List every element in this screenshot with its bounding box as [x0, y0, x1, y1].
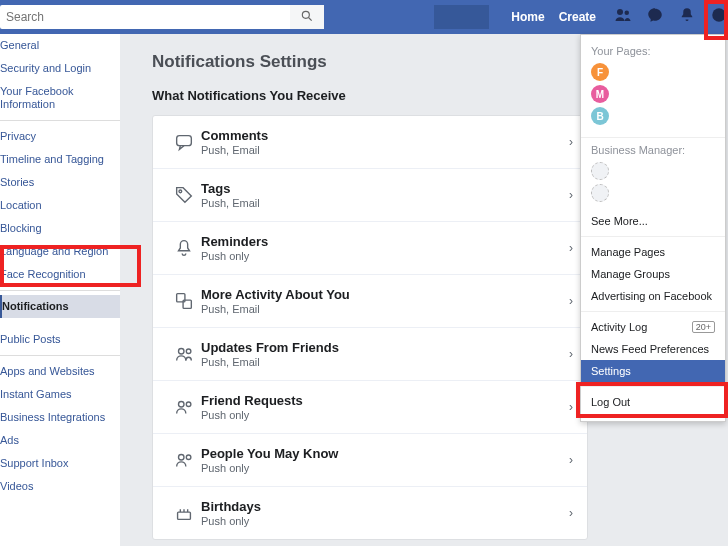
- sidebar-item-support[interactable]: Support Inbox: [0, 452, 120, 475]
- separator: [581, 137, 725, 138]
- dd-item-label: News Feed Preferences: [591, 343, 709, 355]
- sidebar-item-general[interactable]: General: [0, 34, 120, 57]
- messenger-icon[interactable]: [646, 6, 664, 28]
- search-wrap: [0, 5, 324, 29]
- page-avatar[interactable]: F: [591, 63, 609, 81]
- row-updates[interactable]: Updates From FriendsPush, Email ›: [153, 328, 587, 381]
- separator: [0, 120, 120, 121]
- sidebar-item-videos[interactable]: Videos: [0, 475, 120, 498]
- dd-newsfeed-prefs[interactable]: News Feed Preferences: [581, 338, 725, 360]
- search-icon: [300, 9, 314, 26]
- row-sub: Push only: [201, 462, 569, 474]
- row-tags[interactable]: TagsPush, Email ›: [153, 169, 587, 222]
- row-title: Updates From Friends: [201, 340, 569, 355]
- svg-point-6: [179, 190, 182, 193]
- chevron-right-icon: ›: [569, 241, 573, 255]
- svg-point-12: [186, 402, 191, 407]
- sidebar-item-games[interactable]: Instant Games: [0, 383, 120, 406]
- row-birthdays[interactable]: BirthdaysPush only ›: [153, 487, 587, 539]
- chevron-right-icon: ›: [569, 188, 573, 202]
- row-sub: Push, Email: [201, 356, 569, 368]
- search-input[interactable]: [0, 10, 290, 24]
- svg-line-1: [309, 17, 312, 20]
- account-dropdown: Your Pages: F M B Business Manager: See …: [580, 34, 726, 422]
- dd-see-more[interactable]: See More...: [581, 210, 725, 232]
- chevron-right-icon: ›: [569, 453, 573, 467]
- row-sub: Push only: [201, 515, 569, 527]
- separator: [581, 386, 725, 387]
- dd-advertising[interactable]: Advertising on Facebook: [581, 285, 725, 307]
- chevron-right-icon: ›: [569, 400, 573, 414]
- row-title: Friend Requests: [201, 393, 569, 408]
- dd-manage-groups[interactable]: Manage Groups: [581, 263, 725, 285]
- bm-avatar[interactable]: [591, 184, 609, 202]
- row-sub: Push, Email: [201, 303, 569, 315]
- dd-settings[interactable]: Settings: [581, 360, 725, 382]
- sidebar-item-apps[interactable]: Apps and Websites: [0, 360, 120, 383]
- sidebar-item-blank[interactable]: [0, 318, 120, 328]
- nav-links: Home Create: [511, 10, 596, 24]
- page-avatar[interactable]: M: [591, 85, 609, 103]
- dd-bm-list: [581, 162, 725, 210]
- dd-item-label: Manage Pages: [591, 246, 665, 258]
- dd-item-label: Log Out: [591, 396, 630, 408]
- dd-item-label: Settings: [591, 365, 631, 377]
- row-title: Reminders: [201, 234, 569, 249]
- sidebar-item-face[interactable]: Face Recognition: [0, 263, 120, 286]
- separator: [581, 311, 725, 312]
- dd-manage-pages[interactable]: Manage Pages: [581, 241, 725, 263]
- friends-icon[interactable]: [614, 6, 632, 28]
- dd-item-label: Activity Log: [591, 321, 647, 333]
- row-title: People You May Know: [201, 446, 569, 461]
- nav-home[interactable]: Home: [511, 10, 544, 24]
- main-content: Notifications Settings What Notification…: [128, 34, 588, 540]
- svg-point-10: [186, 349, 191, 354]
- svg-point-0: [302, 11, 309, 18]
- dd-your-pages-label: Your Pages:: [581, 43, 725, 63]
- svg-point-11: [179, 402, 185, 408]
- sidebar-item-language[interactable]: Language and Region: [0, 240, 120, 263]
- svg-point-9: [179, 349, 185, 355]
- separator: [0, 355, 120, 356]
- row-title: More Activity About You: [201, 287, 569, 302]
- sidebar-item-public[interactable]: Public Posts: [0, 328, 120, 351]
- sidebar-item-location[interactable]: Location: [0, 194, 120, 217]
- sidebar-item-yourinfo[interactable]: Your Facebook Information: [0, 80, 120, 116]
- svg-point-4: [712, 8, 726, 22]
- row-pymk[interactable]: People You May KnowPush only ›: [153, 434, 587, 487]
- bm-avatar[interactable]: [591, 162, 609, 180]
- sidebar-item-bizint[interactable]: Business Integrations: [0, 406, 120, 429]
- pymk-icon: [167, 449, 201, 471]
- topbar: Home Create: [0, 0, 728, 34]
- profile-shortcut[interactable]: [434, 5, 489, 29]
- search-button[interactable]: [290, 5, 324, 29]
- sidebar-item-notifications[interactable]: Notifications: [0, 295, 120, 318]
- dd-activity-log[interactable]: Activity Log20+: [581, 316, 725, 338]
- sidebar-item-blocking[interactable]: Blocking: [0, 217, 120, 240]
- svg-point-13: [179, 455, 185, 461]
- help-icon[interactable]: [710, 6, 728, 28]
- dd-item-label: Manage Groups: [591, 268, 670, 280]
- birthday-icon: [167, 502, 201, 524]
- row-sub: Push, Email: [201, 144, 569, 156]
- chevron-right-icon: ›: [569, 506, 573, 520]
- row-activity[interactable]: More Activity About YouPush, Email ›: [153, 275, 587, 328]
- chevron-right-icon: ›: [569, 347, 573, 361]
- svg-rect-5: [177, 136, 192, 146]
- sidebar-item-privacy[interactable]: Privacy: [0, 125, 120, 148]
- row-title: Tags: [201, 181, 569, 196]
- dd-logout[interactable]: Log Out: [581, 391, 725, 413]
- sidebar-item-ads[interactable]: Ads: [0, 429, 120, 452]
- separator: [581, 236, 725, 237]
- sidebar-item-security[interactable]: Security and Login: [0, 57, 120, 80]
- nav-create[interactable]: Create: [559, 10, 596, 24]
- sidebar-item-timeline[interactable]: Timeline and Tagging: [0, 148, 120, 171]
- bell-icon[interactable]: [678, 6, 696, 28]
- sidebar-item-stories[interactable]: Stories: [0, 171, 120, 194]
- row-comments[interactable]: CommentsPush, Email ›: [153, 116, 587, 169]
- row-friendreq[interactable]: Friend RequestsPush only ›: [153, 381, 587, 434]
- page-avatar[interactable]: B: [591, 107, 609, 125]
- dd-pages-list: F M B: [581, 63, 725, 133]
- dd-item-label: Advertising on Facebook: [591, 290, 712, 302]
- row-reminders[interactable]: RemindersPush only ›: [153, 222, 587, 275]
